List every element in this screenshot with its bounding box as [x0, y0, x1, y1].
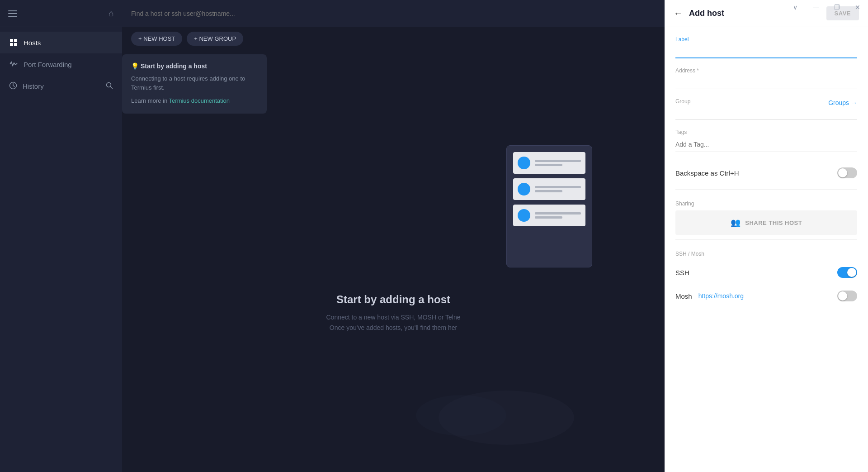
new-group-button[interactable]: + NEW GROUP — [187, 32, 243, 46]
ssh-mosh-section-header: SSH / Mosh — [675, 244, 857, 261]
empty-state-title: Start by adding a host — [326, 293, 461, 306]
server-line-long-1 — [535, 160, 581, 162]
server-lines-2 — [535, 186, 581, 192]
address-field-label: Address * — [675, 67, 857, 74]
groups-link[interactable]: Groups → — [828, 99, 857, 106]
group-field-section: Group Groups → — [675, 98, 857, 120]
share-host-button[interactable]: 👥 SHARE THIS HOST — [675, 210, 857, 235]
home-icon[interactable]: ⌂ — [108, 8, 114, 19]
address-field-section: Address * — [675, 67, 857, 89]
sidebar-item-history[interactable]: History — [0, 75, 122, 97]
server-dot-1 — [518, 157, 530, 169]
address-input[interactable] — [675, 76, 857, 89]
tags-field-section: Tags — [675, 129, 857, 152]
server-line-short-1 — [535, 164, 562, 166]
svg-rect-0 — [10, 39, 13, 42]
sharing-section-header: Sharing — [675, 194, 857, 210]
cloud-decoration-2 — [416, 395, 506, 436]
search-input[interactable] — [131, 10, 656, 17]
divider-1 — [675, 189, 857, 190]
tags-label: Tags — [675, 129, 857, 135]
minimize-button[interactable]: — — [806, 0, 826, 14]
sidebar-item-hosts-label: Hosts — [24, 39, 41, 47]
sidebar-item-port-forwarding[interactable]: Port Forwarding — [0, 53, 122, 75]
backspace-toggle[interactable] — [837, 167, 857, 178]
main-content: + NEW HOST + NEW GROUP 💡 Start by adding… — [122, 0, 665, 472]
info-card-learn-more: Learn more in — [131, 97, 169, 104]
history-search-button[interactable] — [106, 82, 113, 91]
chevron-down-button[interactable]: ∨ — [785, 0, 806, 14]
sidebar-item-hosts[interactable]: Hosts — [0, 32, 122, 53]
server-lines-1 — [535, 160, 581, 166]
label-field-section: Label — [675, 36, 857, 58]
sidebar-header: ⌂ — [0, 0, 122, 27]
svg-line-6 — [111, 86, 113, 88]
mosh-link[interactable]: https://mosh.org — [698, 292, 744, 300]
server-line-short-3 — [535, 216, 562, 219]
mosh-toggle-row: Mosh https://mosh.org — [675, 284, 857, 308]
info-card-link[interactable]: Termius documentation — [169, 97, 230, 104]
label-field-label: Label — [675, 36, 857, 43]
share-icon: 👥 — [731, 218, 741, 228]
hamburger-menu-button[interactable] — [8, 10, 17, 17]
panel-body: Label Address * Group Groups → Tags Back… — [665, 27, 868, 472]
ssh-toggle-row: SSH — [675, 261, 857, 284]
sidebar-nav: Hosts Port Forwarding History — [0, 27, 122, 472]
server-line-short-2 — [535, 190, 562, 192]
mosh-toggle-label: Mosh — [675, 292, 692, 300]
group-field-label: Group — [675, 98, 690, 105]
server-row-2 — [513, 178, 585, 200]
action-bar: + NEW HOST + NEW GROUP — [122, 27, 665, 50]
empty-state-subtitle-1: Connect to a new host via SSH, MOSH or T… — [326, 312, 461, 322]
server-illustration — [506, 145, 592, 267]
sidebar-item-port-forwarding-label: Port Forwarding — [24, 61, 72, 68]
empty-state-subtitle-2: Once you've added hosts, you'll find the… — [326, 323, 461, 333]
svg-rect-1 — [14, 39, 17, 42]
clock-icon — [9, 81, 17, 91]
ssh-toggle-label: SSH — [675, 269, 689, 277]
sidebar-item-history-label: History — [23, 82, 44, 90]
divider-2 — [675, 239, 857, 240]
restore-button[interactable]: ❐ — [826, 0, 847, 14]
lightbulb-icon: 💡 — [131, 62, 141, 70]
info-card-title: 💡 Start by adding a host — [131, 62, 258, 70]
grid-icon — [9, 38, 18, 47]
svg-rect-3 — [14, 43, 17, 46]
server-line-long-3 — [535, 212, 581, 215]
server-line-long-2 — [535, 186, 581, 188]
add-host-panel: ← Add host SAVE Label Address * Group Gr… — [665, 0, 868, 472]
info-card: 💡 Start by adding a host Connecting to a… — [122, 54, 267, 114]
server-dot-3 — [518, 209, 530, 222]
group-input[interactable] — [675, 106, 857, 120]
backspace-toggle-label: Backspace as Ctrl+H — [675, 169, 739, 177]
label-input[interactable] — [675, 44, 857, 58]
center-area: Start by adding a host Connect to a new … — [122, 118, 665, 472]
new-host-button[interactable]: + NEW HOST — [131, 32, 182, 46]
mosh-toggle[interactable] — [837, 291, 857, 301]
server-row-1 — [513, 152, 585, 174]
activity-icon — [9, 60, 18, 69]
svg-rect-2 — [10, 43, 13, 46]
tags-input[interactable] — [675, 137, 857, 152]
sidebar: ⌂ Hosts Port Forwarding — [0, 0, 122, 472]
ssh-toggle[interactable] — [837, 267, 857, 278]
server-lines-3 — [535, 212, 581, 219]
empty-state: Start by adding a host Connect to a new … — [326, 293, 461, 333]
main-toolbar — [122, 0, 665, 27]
server-dot-2 — [518, 183, 530, 195]
back-button[interactable]: ← — [674, 8, 683, 19]
share-button-label: SHARE THIS HOST — [745, 219, 802, 226]
close-button[interactable]: ✕ — [847, 0, 868, 14]
window-controls: ∨ — ❐ ✕ — [785, 0, 868, 14]
backspace-toggle-row: Backspace as Ctrl+H — [675, 161, 857, 185]
info-card-text: Connecting to a host requires adding one… — [131, 74, 258, 92]
server-row-3 — [513, 205, 585, 226]
